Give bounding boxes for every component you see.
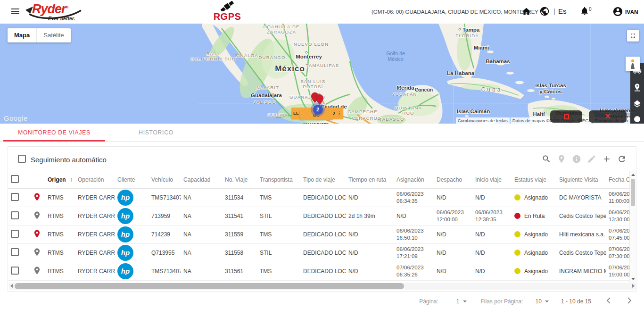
layers-icon[interactable] xyxy=(633,100,642,109)
map-label: SINALOA xyxy=(235,53,258,58)
scroll-up-arrow[interactable] xyxy=(631,174,635,176)
pin-drop-icon[interactable] xyxy=(633,83,642,92)
column-header[interactable]: Fecha Cita xyxy=(606,171,629,188)
cell-cliente: hp xyxy=(115,207,149,225)
timezone-selector[interactable]: (GMT-06: 00) GUADALAJARA, CIUDAD DE MÉXI… xyxy=(372,9,546,15)
column-header[interactable]: Asignación xyxy=(394,171,434,188)
marker-cluster[interactable]: 2 xyxy=(311,102,325,117)
select-all-checkbox[interactable] xyxy=(11,175,19,183)
column-header[interactable]: Origen↑ xyxy=(45,171,75,188)
location-pin-icon xyxy=(557,154,566,164)
cell-cliente: hp xyxy=(115,225,149,243)
trips-table: Origen↑OperaciónClienteVehículoCapacidad… xyxy=(8,171,629,281)
close-overlay-button[interactable]: ✕ xyxy=(589,110,627,123)
column-header[interactable]: Capacidad xyxy=(181,171,222,188)
pegman-streetview-button[interactable] xyxy=(626,57,640,71)
row-select-cell[interactable] xyxy=(8,262,30,280)
map-label: NAYARIT xyxy=(256,85,279,91)
trip-row[interactable]: RTMSRYDER CARRIZ...hpTMS713407NA311561TM… xyxy=(8,262,629,280)
page-select[interactable]: 1 xyxy=(456,298,467,305)
map-label: Islas Caimán xyxy=(457,109,490,115)
keyboard-shortcuts-link[interactable]: Combinaciones de teclas xyxy=(456,117,510,124)
stop-tracking-button[interactable] xyxy=(550,110,582,123)
column-header[interactable]: Estatus viaje xyxy=(512,171,556,188)
page-label: Página: xyxy=(419,298,438,305)
scroll-down-arrow[interactable] xyxy=(631,278,635,280)
row-select-cell[interactable] xyxy=(8,243,30,262)
cell-operacion: RYDER CARRIZ... xyxy=(75,188,115,207)
vertical-scrollbar[interactable] xyxy=(629,171,636,283)
row-checkbox[interactable] xyxy=(11,267,19,275)
scroll-right-arrow[interactable] xyxy=(632,284,635,288)
vertical-scroll-thumb[interactable] xyxy=(631,179,635,206)
close-icon: ✕ xyxy=(604,113,611,120)
cell-no-viaje: 311541 xyxy=(222,207,257,225)
rows-per-page-label: Filas por Página: xyxy=(481,298,523,305)
prev-page-button[interactable] xyxy=(606,297,611,305)
row-select-cell[interactable] xyxy=(8,188,30,207)
tab-monitoreo-de-viajes[interactable]: MONITOREO DE VIAJES xyxy=(3,124,105,142)
row-checkbox[interactable] xyxy=(11,248,19,256)
column-header[interactable]: Operación xyxy=(75,171,115,188)
fullscreen-button[interactable] xyxy=(627,30,639,42)
select-all-cell[interactable] xyxy=(8,171,30,188)
map-label: Golfo deMéxico xyxy=(386,51,405,62)
column-header[interactable]: Cliente xyxy=(115,171,149,188)
row-checkbox[interactable] xyxy=(11,211,19,219)
cell-despacho: 06/06/202312:00:00 xyxy=(434,207,472,225)
menu-icon[interactable] xyxy=(11,8,19,15)
row-checkbox[interactable] xyxy=(11,193,19,201)
add-icon[interactable] xyxy=(602,154,611,164)
client-logo-hp: hp xyxy=(117,263,133,279)
globe-icon[interactable] xyxy=(539,6,550,18)
map-canvas[interactable]: COAHUILA DEZARAGOZANUEVO LEÓNBAJACALIFOR… xyxy=(0,24,644,124)
client-logo-hp: hp xyxy=(117,245,133,261)
horizontal-scroll-thumb[interactable] xyxy=(15,283,404,289)
column-header[interactable]: Tipo de viaje xyxy=(300,171,346,188)
column-header[interactable]: Transportista xyxy=(257,171,300,188)
search-icon[interactable] xyxy=(542,154,551,164)
map-type-satelite[interactable]: Satélite xyxy=(36,28,70,42)
trip-row[interactable]: RTMSRYDER CARRIZ...hp713959NA311541STILD… xyxy=(8,207,629,225)
column-header[interactable]: Vehículo xyxy=(149,171,181,188)
auto-follow-checkbox[interactable] xyxy=(18,155,26,163)
trip-row[interactable]: RTMSRYDER CARRIZ...hpQ713955NA311558STIL… xyxy=(8,243,629,262)
language-selector[interactable]: |Es xyxy=(553,7,566,15)
home-icon[interactable] xyxy=(521,7,531,18)
cell-no-viaje: 311534 xyxy=(222,188,257,207)
city-dot xyxy=(459,28,461,31)
column-header[interactable]: Inicio viaje xyxy=(472,171,512,188)
row-checkbox[interactable] xyxy=(11,230,19,238)
cell-fecha-cita: 07/06/202307:30:00 xyxy=(606,243,629,262)
avatar[interactable] xyxy=(612,6,623,19)
scroll-left-arrow[interactable] xyxy=(10,284,13,288)
cell-despacho: N/D xyxy=(434,188,472,207)
cell-transportista: TMS xyxy=(257,262,300,280)
map-type-mapa[interactable]: Mapa xyxy=(8,28,36,42)
caret-down-icon xyxy=(545,301,549,302)
column-header[interactable]: Despacho xyxy=(434,171,472,188)
bell-icon[interactable] xyxy=(580,6,589,17)
column-header[interactable]: Tiempo en ruta xyxy=(346,171,394,188)
rows-per-page-select[interactable]: 10 xyxy=(536,298,549,305)
row-pin-icon xyxy=(33,265,41,276)
column-header[interactable]: No. Viaje xyxy=(222,171,257,188)
cell-despacho: N/D xyxy=(434,225,472,243)
cell-capacidad: NA xyxy=(181,207,222,225)
trip-row[interactable]: RTMSRYDER CARRIZ...hp714239NA311559TMSDE… xyxy=(8,225,629,243)
cell-vehiculo: 714239 xyxy=(149,225,181,243)
next-page-button[interactable] xyxy=(627,297,632,305)
row-select-cell[interactable] xyxy=(8,225,30,243)
row-select-cell[interactable] xyxy=(8,207,30,225)
cell-asignacion: N/D xyxy=(394,207,434,225)
cell-no-viaje: 311559 xyxy=(222,225,257,243)
cell-capacidad: NA xyxy=(181,262,222,280)
map-type-control: Mapa Satélite xyxy=(8,28,71,42)
column-header[interactable]: Siguiente Visita xyxy=(556,171,606,188)
map-tool-dot[interactable] xyxy=(634,116,640,122)
refresh-icon[interactable] xyxy=(617,154,627,164)
horizontal-scrollbar[interactable] xyxy=(9,283,636,290)
trip-row[interactable]: RTMSRYDER CARRIZ...hpTMS713407NA311534TM… xyxy=(8,188,629,207)
map-label: BAJACALIFORNIA SUR xyxy=(190,51,236,61)
tab-historico[interactable]: HISTORICO xyxy=(105,124,207,142)
